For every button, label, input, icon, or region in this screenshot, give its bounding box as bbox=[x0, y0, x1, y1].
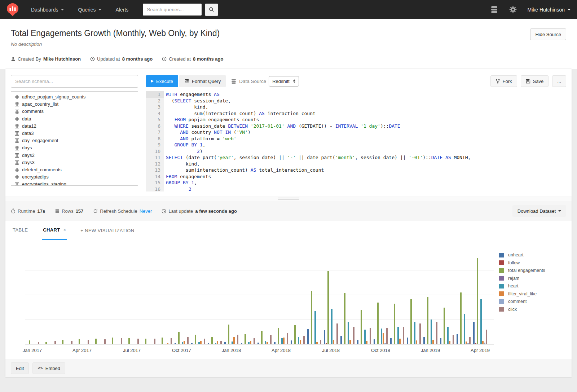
legend-item[interactable]: unheart bbox=[499, 252, 568, 257]
settings-button[interactable] bbox=[509, 6, 517, 13]
schema-table-item[interactable]: days3 bbox=[11, 159, 138, 166]
fork-button[interactable]: Fork bbox=[490, 75, 517, 87]
resize-handle[interactable] bbox=[5, 197, 572, 201]
bar-filter_viral_like bbox=[250, 341, 251, 344]
edit-button[interactable]: Edit bbox=[11, 362, 29, 374]
refresh-schedule-value[interactable]: Never bbox=[140, 208, 152, 214]
schema-table-name: encryptedips bbox=[22, 174, 49, 180]
format-query-button[interactable]: Format Query bbox=[179, 75, 226, 87]
bar-follow bbox=[309, 344, 310, 344]
last-update: Last update a few seconds ago bbox=[162, 208, 237, 214]
database-icon bbox=[490, 6, 498, 13]
legend-item[interactable]: follow bbox=[499, 260, 568, 265]
query-description: No description bbox=[11, 41, 223, 47]
legend-item[interactable]: rejam bbox=[499, 276, 568, 281]
save-button[interactable]: Save bbox=[521, 75, 549, 87]
data-source-select[interactable]: Redshift bbox=[269, 76, 299, 87]
schema-search-input[interactable] bbox=[11, 75, 138, 88]
schema-table-item[interactable]: encryptedips_staging bbox=[11, 181, 138, 186]
new-visualization-label: + NEW VISUALIZATION bbox=[80, 228, 134, 233]
legend-label: heart bbox=[508, 283, 519, 289]
updated-label: Updated at bbox=[97, 56, 120, 62]
legend-swatch bbox=[499, 253, 504, 257]
schema-table-name: data3 bbox=[22, 130, 34, 137]
legend-label: rejam bbox=[508, 276, 519, 281]
fork-label: Fork bbox=[503, 79, 512, 84]
bar-click bbox=[104, 339, 106, 344]
download-dataset-button[interactable]: Download Dataset bbox=[512, 205, 566, 217]
redash-logo-icon[interactable] bbox=[6, 3, 19, 17]
search-queries-input[interactable] bbox=[143, 4, 202, 16]
rows-value: 157 bbox=[76, 208, 84, 214]
bar-unheart bbox=[257, 343, 259, 344]
nav-queries[interactable]: Queries bbox=[78, 7, 101, 13]
bar-heart bbox=[298, 337, 299, 344]
tab-chart[interactable]: CHART × bbox=[42, 221, 67, 240]
schema-table-item[interactable]: adhoc_popjam_signup_counts bbox=[11, 93, 138, 101]
runtime-label: Runtime bbox=[18, 208, 35, 214]
schema-table-item[interactable]: data3 bbox=[11, 130, 138, 137]
search-button[interactable] bbox=[205, 4, 218, 16]
bar-total-engagements bbox=[228, 325, 229, 344]
hide-source-button[interactable]: Hide Source bbox=[530, 28, 566, 40]
bar-total-engagements bbox=[128, 338, 130, 344]
data-sources-button[interactable] bbox=[490, 6, 498, 13]
embed-label: Embed bbox=[45, 366, 60, 371]
close-icon[interactable]: × bbox=[63, 228, 66, 233]
schema-table-item[interactable]: days bbox=[11, 144, 138, 151]
x-tick-label: Oct 2018 bbox=[371, 348, 390, 353]
user-name: Mike Hutchinson bbox=[528, 7, 565, 13]
bar-filter_viral_like bbox=[233, 337, 235, 344]
rows-label: Rows bbox=[62, 208, 74, 214]
created-at: Created at 8 months ago bbox=[162, 56, 223, 62]
schema-table-item[interactable]: data bbox=[11, 115, 138, 123]
bar-click bbox=[336, 323, 338, 344]
legend-item[interactable]: heart bbox=[499, 283, 568, 289]
nav-dashboards[interactable]: Dashboards bbox=[31, 7, 64, 13]
bar-unheart bbox=[291, 340, 292, 344]
legend-item[interactable]: filter_viral_like bbox=[499, 291, 568, 296]
schema-table-item[interactable]: apac_country_list bbox=[11, 101, 138, 108]
bar-unheart bbox=[158, 344, 159, 344]
refresh-schedule-label: Refresh Schedule bbox=[100, 208, 137, 214]
user-menu[interactable]: Mike Hutchinson bbox=[528, 7, 571, 13]
rows-count: Rows 157 bbox=[55, 208, 83, 214]
runtime: Runtime 17s bbox=[11, 208, 45, 214]
bar-filter_viral_like bbox=[449, 341, 450, 344]
bar-total-engagements bbox=[29, 340, 30, 344]
legend-item[interactable]: click bbox=[499, 307, 568, 312]
execute-button[interactable]: Execute bbox=[146, 75, 178, 87]
bar-heart bbox=[215, 343, 216, 344]
legend-label: click bbox=[508, 307, 517, 312]
query-source-row: adhoc_popjam_signup_countsapac_country_l… bbox=[5, 69, 572, 197]
tab-table[interactable]: TABLE bbox=[12, 221, 28, 240]
chart-plot-wrap: Jan 2017Apr 2017Jul 2017Oct 2017Jan 2018… bbox=[25, 249, 494, 355]
bar-heart bbox=[182, 342, 183, 344]
more-actions-button[interactable]: ... bbox=[552, 75, 566, 87]
schema-table-item[interactable]: encryptedips bbox=[11, 173, 138, 181]
embed-button[interactable]: <> Embed bbox=[32, 362, 65, 374]
updated-at: Updated at 8 months ago bbox=[90, 56, 153, 62]
nav-alerts[interactable]: Alerts bbox=[116, 7, 129, 13]
sql-editor[interactable]: 12345678910111213141516 WITH engagements… bbox=[146, 91, 566, 191]
schema-table-item[interactable]: comments bbox=[11, 108, 138, 115]
created-value: 8 months ago bbox=[193, 56, 224, 62]
schema-table-item[interactable]: days2 bbox=[11, 152, 138, 159]
legend-item[interactable]: comment bbox=[499, 299, 568, 304]
bar-follow bbox=[359, 344, 360, 344]
save-icon bbox=[526, 79, 530, 84]
schema-table-item[interactable]: data12 bbox=[11, 123, 138, 130]
legend-swatch bbox=[499, 268, 504, 273]
schema-table-item[interactable]: deleted_comments bbox=[11, 166, 138, 173]
bar-total-engagements bbox=[460, 292, 462, 344]
data-source-value: Redshift bbox=[272, 79, 290, 84]
new-visualization-button[interactable]: + NEW VISUALIZATION bbox=[80, 221, 134, 240]
bar-click bbox=[254, 338, 255, 344]
x-axis-labels: Jan 2017Apr 2017Jul 2017Oct 2017Jan 2018… bbox=[25, 344, 494, 355]
bar-follow bbox=[392, 344, 393, 344]
bar-click bbox=[287, 333, 288, 344]
legend-swatch bbox=[499, 307, 504, 312]
legend-item[interactable]: total engagements bbox=[499, 268, 568, 273]
schema-table-item[interactable]: day_engagement bbox=[11, 137, 138, 144]
bar-rejam bbox=[313, 344, 314, 344]
